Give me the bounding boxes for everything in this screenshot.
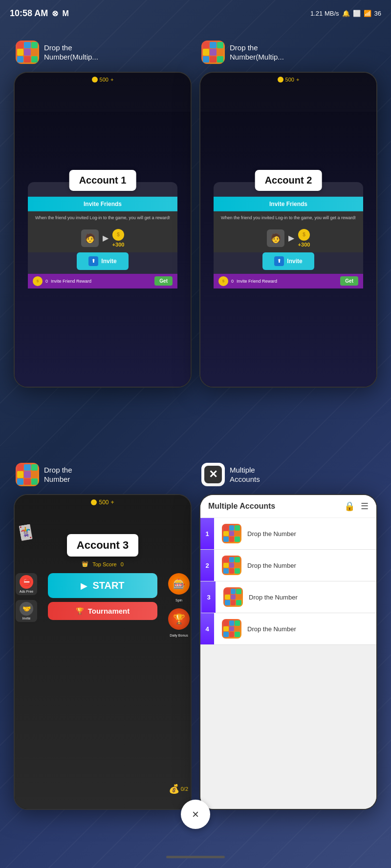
cards-icon: 🃏 (16, 523, 35, 542)
tournament-button[interactable]: 🏆 Tournament (48, 602, 157, 620)
game-screen-3: 500 + 🃏 Account 3 👑 Top Score 0 (15, 495, 191, 809)
app-header-1: Drop the Number(Multip... (14, 37, 192, 68)
friend-reward-bar-2: $ 0 Invite Friend Reward Get (214, 273, 363, 288)
get-button-2[interactable]: Get (340, 276, 358, 286)
invite-modal-1: Account 1 Invite Friends When the friend… (28, 182, 177, 288)
bottom-row: Drop the Number 500 + 🃏 Account 3 (0, 454, 391, 815)
multi-account-item-3[interactable]: 3 Drop the Number (200, 581, 376, 613)
daily-bonus-button[interactable]: 🏆 Daily Bonus (168, 608, 190, 639)
account-number-4: 4 (200, 613, 214, 644)
app-header-3: Drop the Number (14, 459, 192, 490)
phone-frame-2: 500 + Account 2 Invite Friends When the … (199, 72, 377, 388)
invite-friends-header-2: Invite Friends (214, 196, 363, 211)
share-icon-1: ⬆ (88, 256, 98, 266)
multi-game-icon-3 (223, 587, 243, 607)
top-score-row: 👑 Top Score 0 (80, 559, 126, 569)
account-info-2: Drop the Number (222, 556, 296, 575)
mute-icon: 🔔 (342, 10, 350, 17)
invite-desc-2: When the friend you invited Log-in to th… (214, 211, 363, 224)
close-button[interactable]: × (181, 800, 210, 829)
invite-button-1[interactable]: ⬆ Invite (77, 252, 128, 269)
multi-game-icon-1 (222, 524, 241, 543)
app-title-3: Drop the Number (44, 465, 72, 484)
multi-game-name-4: Drop the Number (247, 625, 296, 633)
multi-header-title: Multiple Accounts (208, 502, 275, 511)
battery-icon: ⬜ (353, 10, 361, 17)
spin-icon: 🎰 (168, 573, 190, 595)
multi-game-icon-2 (222, 556, 241, 575)
app-header-4: ✕ Multiple Accounts (199, 459, 377, 490)
invite-desc-1: When the friend you invited Log-in to th… (28, 211, 177, 224)
friend-reward-bar-1: $ 0 Invite Friend Reward Get (28, 273, 177, 288)
menu-icon[interactable]: ☰ (361, 501, 369, 512)
x-cross-icon: ✕ (204, 466, 222, 483)
invite-friends-header-1: Invite Friends (28, 196, 177, 211)
play-arrow-2: ▶ (288, 233, 294, 243)
status-bar: 10:58 AM ⊗ M 1.21 MB/s 🔔 ⬜ 📶 36 (0, 0, 391, 27)
reward-coin-2: $ (298, 228, 310, 240)
treasure-icon: 💰 (169, 784, 179, 794)
multi-accounts-header: Multiple Accounts 🔒 ☰ (200, 495, 376, 518)
coin-icon-1 (92, 77, 98, 83)
daily-bonus-icon: 🏆 (168, 608, 190, 630)
reward-coin-1: $ (112, 228, 124, 240)
account-number-2: 2 (200, 550, 214, 581)
share-icon-2: ⬆ (274, 256, 284, 266)
multi-screen: Multiple Accounts 🔒 ☰ 1 (200, 495, 376, 809)
invite-reward-row-1: 🧑 ▶ $ +300 (28, 224, 177, 252)
ads-free-button[interactable]: ⛔ Ads Free (16, 573, 37, 595)
game-screen-2: 500 + Account 2 Invite Friends When the … (200, 73, 376, 387)
spin-button[interactable]: 🎰 Spin (168, 573, 190, 603)
avatar-1: 🧑 (81, 229, 99, 247)
account-number-1: 1 (200, 518, 214, 549)
play-triangle: ▶ (81, 580, 87, 591)
app-header-2: Drop the Number(Multip... (199, 37, 377, 68)
lock-icon[interactable]: 🔒 (344, 501, 355, 512)
invite-button-2[interactable]: ⬆ Invite (262, 252, 314, 269)
right-side-buttons: 🎰 Spin 🏆 Daily Bonus (168, 573, 190, 639)
drop-number-icon-3 (16, 463, 39, 486)
drop-number-icon-1 (16, 41, 39, 64)
gmail-icon: M (62, 9, 68, 18)
coins-bar-1: 500 + (15, 73, 191, 86)
account-info-3: Drop the Number (223, 587, 298, 607)
app-window-multiple-accounts: ✕ Multiple Accounts Multiple Accounts 🔒 … (199, 459, 377, 810)
multi-account-item-2[interactable]: 2 Drop the Number (200, 550, 376, 581)
coins-bar-3: 500 + (87, 495, 118, 510)
phone-frame-3: 500 + 🃏 Account 3 👑 Top Score 0 (14, 494, 192, 810)
coin-icon-3 (91, 499, 97, 505)
account-info-1: Drop the Number (222, 524, 296, 543)
drop-number-icon-2 (201, 41, 225, 64)
app-window-account3: Drop the Number 500 + 🃏 Account 3 (14, 459, 192, 810)
multi-game-name-1: Drop the Number (247, 530, 296, 537)
nav-bar (166, 856, 225, 858)
left-side-buttons: ⛔ Ads Free 🤝 Invite (16, 573, 37, 622)
bottom-coin-count: 💰 0/2 (169, 784, 188, 794)
avatar-2: 🧑 (267, 229, 284, 247)
account-info-4: Drop the Number (222, 619, 296, 639)
status-icons: 1.21 MB/s 🔔 ⬜ 📶 36 (310, 10, 381, 17)
start-button[interactable]: ▶ START (48, 573, 157, 598)
multi-account-list: 1 Drop the Number 2 (200, 518, 376, 809)
invite-reward-row-2: 🧑 ▶ $ +300 (214, 224, 363, 252)
multi-game-icon-4 (222, 619, 241, 639)
trophy-icon: 🏆 (76, 607, 84, 615)
account3-label-container: Account 3 (67, 534, 138, 559)
invite-modal-2: Account 2 Invite Friends When the friend… (214, 182, 363, 288)
get-button-1[interactable]: Get (154, 276, 173, 286)
close-icon: × (192, 807, 199, 821)
account-label-1: Account 1 (69, 169, 136, 190)
app-title-1: Drop the Number(Multip... (44, 43, 98, 62)
multi-account-item-1[interactable]: 1 Drop the Number (200, 518, 376, 550)
app-title-4: Multiple Accounts (230, 465, 260, 484)
ads-icon: ⛔ (20, 575, 33, 589)
gold-coin-reward-1: $ +300 (112, 228, 125, 247)
game-screen-1: 500 + Account 1 Invite Friends When the … (15, 73, 191, 387)
invite-side-button[interactable]: 🤝 Invite (16, 600, 37, 622)
coins-bar-2: 500 + (200, 73, 376, 86)
app-window-account2: Drop the Number(Multip... 500 + Account … (199, 37, 377, 388)
action-buttons: ⛔ Ads Free 🤝 Invite 🎰 Spin (23, 573, 182, 620)
multi-account-item-4[interactable]: 4 Drop the Number (200, 613, 376, 645)
multi-game-name-2: Drop the Number (247, 562, 296, 569)
app-title-2: Drop the Number(Multip... (230, 43, 284, 62)
